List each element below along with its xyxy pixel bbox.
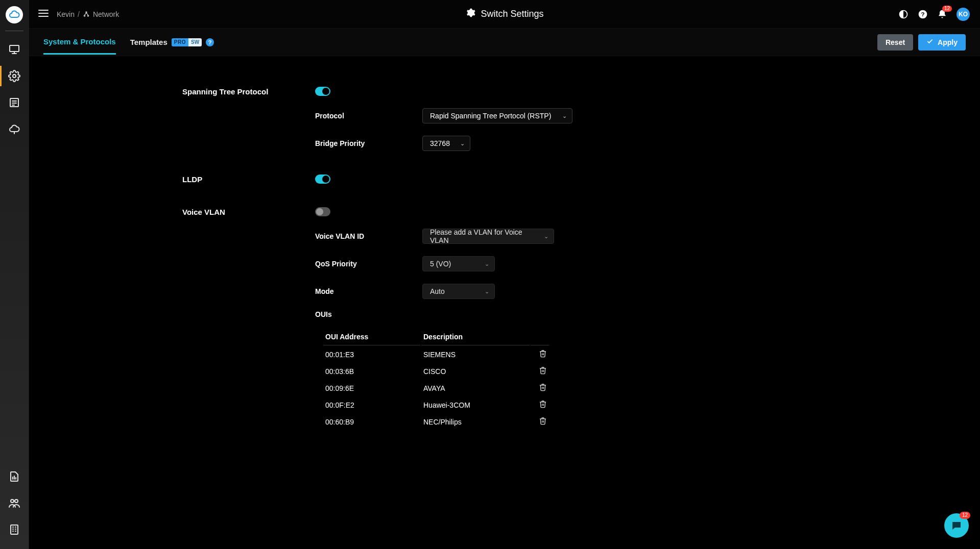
chevron-down-icon: ⌄ <box>485 261 489 267</box>
nav-org[interactable] <box>0 516 29 543</box>
protocol-select[interactable]: Rapid Spanning Tree Portocol (RSTP) ⌄ <box>422 108 572 123</box>
help-icon[interactable]: ? <box>918 9 928 19</box>
sidebar-divider <box>5 31 23 31</box>
oui-desc: Huawei-3COM <box>421 397 530 413</box>
section-stp: Spanning Tree Protocol Protocol Rapid Sp… <box>182 87 693 151</box>
page-title: Switch Settings <box>465 8 543 20</box>
nav-reports[interactable] <box>0 89 29 116</box>
page-title-text: Switch Settings <box>481 9 543 19</box>
oui-addr: 00:0F:E2 <box>323 397 420 413</box>
trash-icon[interactable] <box>539 402 547 410</box>
info-icon[interactable]: ? <box>206 38 214 46</box>
nav-cloud[interactable] <box>0 116 29 142</box>
breadcrumb-network[interactable]: Network <box>93 10 119 18</box>
chevron-down-icon: ⌄ <box>562 113 567 119</box>
ouis-col-addr: OUI Address <box>323 329 420 345</box>
bell-icon[interactable]: 12 <box>937 9 947 19</box>
nav-users[interactable] <box>0 490 29 516</box>
table-row: 00:03:6BCISCO <box>323 363 549 379</box>
mode-value: Auto <box>430 287 445 295</box>
bridge-priority-value: 32768 <box>430 139 450 147</box>
network-icon <box>83 11 90 18</box>
qos-priority-value: 5 (VO) <box>430 260 451 268</box>
bridge-priority-select[interactable]: 32768 ⌄ <box>422 136 470 151</box>
oui-desc: NEC/Philips <box>421 414 530 430</box>
gear-icon <box>465 8 475 20</box>
nav-settings[interactable] <box>0 63 29 89</box>
trash-icon[interactable] <box>539 385 547 393</box>
app-logo[interactable] <box>6 6 23 23</box>
breadcrumb-sep: / <box>78 10 80 18</box>
chat-badge: 12 <box>960 512 970 519</box>
app-header: Kevin / Network Switch Settings ? 12 KO <box>29 0 980 29</box>
section-lldp: LLDP <box>182 174 693 184</box>
contrast-icon[interactable] <box>898 9 909 19</box>
nav-file-stats[interactable] <box>0 463 29 490</box>
avatar[interactable]: KO <box>957 8 970 21</box>
tab-templates[interactable]: Templates PROSW ? <box>130 31 214 54</box>
breadcrumb: Kevin / Network <box>57 10 119 18</box>
chevron-down-icon: ⌄ <box>485 288 489 295</box>
svg-point-13 <box>15 500 18 503</box>
tab-system-protocols[interactable]: System & Protocols <box>43 30 116 55</box>
svg-point-12 <box>11 500 14 503</box>
table-row: 00:60:B9NEC/Philips <box>323 414 549 430</box>
check-icon <box>926 38 934 46</box>
lldp-title: LLDP <box>182 175 315 184</box>
qos-priority-label: QoS Priority <box>315 260 422 268</box>
protocol-label: Protocol <box>315 112 422 120</box>
protocol-select-value: Rapid Spanning Tree Portocol (RSTP) <box>430 112 551 120</box>
reset-button[interactable]: Reset <box>877 34 913 51</box>
chat-bubble[interactable]: 12 <box>944 513 969 538</box>
nav-monitor[interactable] <box>0 36 29 63</box>
voice-vlan-id-label: Voice VLAN ID <box>315 232 422 240</box>
mode-label: Mode <box>315 287 422 295</box>
svg-line-27 <box>84 13 86 15</box>
svg-rect-0 <box>10 45 19 52</box>
voice-vlan-title: Voice VLAN <box>182 208 315 216</box>
hamburger-menu[interactable] <box>37 7 50 21</box>
table-row: 00:0F:E2Huawei-3COM <box>323 397 549 413</box>
voice-vlan-id-select[interactable]: Please add a VLAN for Voice VLAN ⌄ <box>422 229 554 244</box>
tab-templates-label: Templates <box>130 38 168 46</box>
apply-button[interactable]: Apply <box>918 34 966 51</box>
bridge-priority-label: Bridge Priority <box>315 139 422 147</box>
oui-addr: 00:01:E3 <box>323 346 420 362</box>
table-row: 00:01:E3SIEMENS <box>323 346 549 362</box>
breadcrumb-user[interactable]: Kevin <box>57 10 75 18</box>
bell-badge: 12 <box>942 6 952 12</box>
oui-addr: 00:03:6B <box>323 363 420 379</box>
oui-desc: AVAYA <box>421 380 530 396</box>
stp-title: Spanning Tree Protocol <box>182 87 315 96</box>
table-row: 00:09:6EAVAYA <box>323 380 549 396</box>
ouis-label: OUIs <box>315 310 693 318</box>
app-sidebar <box>0 0 29 549</box>
ouis-block: OUIs OUI Address Description 00:01:E3SIE… <box>315 310 693 431</box>
svg-point-3 <box>13 74 16 78</box>
voice-vlan-toggle[interactable] <box>315 207 330 216</box>
qos-priority-select[interactable]: 5 (VO) ⌄ <box>422 256 495 271</box>
voice-vlan-id-value: Please add a VLAN for Voice VLAN <box>430 228 536 244</box>
trash-icon[interactable] <box>539 418 547 427</box>
apply-button-label: Apply <box>938 38 958 46</box>
svg-rect-14 <box>11 525 18 534</box>
ouis-col-desc: Description <box>421 329 530 345</box>
oui-desc: SIEMENS <box>421 346 530 362</box>
svg-text:?: ? <box>921 11 924 17</box>
oui-desc: CISCO <box>421 363 530 379</box>
svg-line-28 <box>86 13 88 15</box>
oui-addr: 00:60:B9 <box>323 414 420 430</box>
section-voice-vlan: Voice VLAN Voice VLAN ID Please add a VL… <box>182 207 693 431</box>
stp-toggle[interactable] <box>315 87 330 96</box>
ouis-table: OUI Address Description 00:01:E3SIEMENS0… <box>322 328 550 431</box>
pro-sw-badge: PROSW <box>172 38 202 46</box>
trash-icon[interactable] <box>539 368 547 376</box>
chevron-down-icon: ⌄ <box>460 140 465 147</box>
tab-bar: System & Protocols Templates PROSW ? Res… <box>29 29 980 56</box>
mode-select[interactable]: Auto ⌄ <box>422 284 495 299</box>
lldp-toggle[interactable] <box>315 174 330 184</box>
main-content: Spanning Tree Protocol Protocol Rapid Sp… <box>29 56 980 549</box>
oui-addr: 00:09:6E <box>323 380 420 396</box>
chevron-down-icon: ⌄ <box>544 233 548 240</box>
trash-icon[interactable] <box>539 351 547 359</box>
